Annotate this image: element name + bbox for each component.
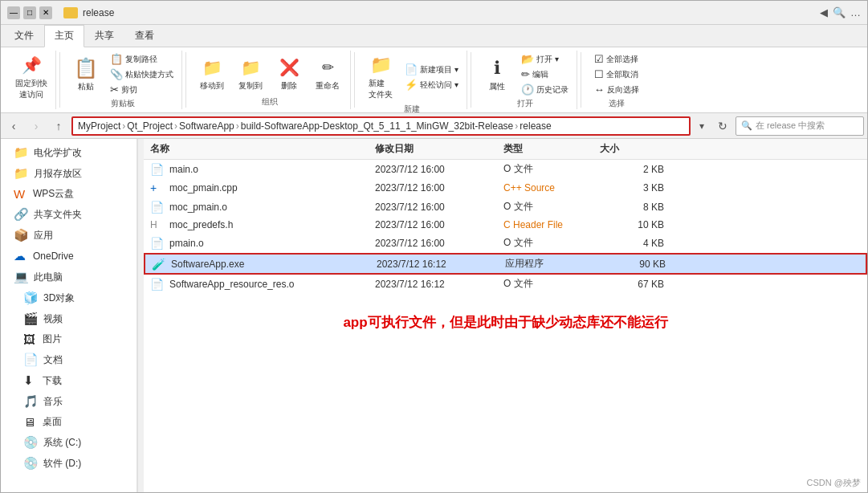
annotation-container: app可执行文件，但是此时由于缺少动态库还不能运行 xyxy=(144,294,867,351)
file-date-main-o: 2023/7/12 16:00 xyxy=(375,164,503,175)
documents-icon: 📄 xyxy=(23,352,39,367)
sidebar-item-3d[interactable]: 🧊 3D对象 xyxy=(1,287,137,308)
file-date-moc-pmain-cpp: 2023/7/12 16:00 xyxy=(375,182,503,194)
sidebar-item-pictures[interactable]: 🖼 图片 xyxy=(1,329,137,349)
sidebar-item-downloads[interactable]: ⬇ 下载 xyxy=(1,370,137,391)
paste-shortcut-label: 粘贴快捷方式 xyxy=(125,69,173,80)
paste-shortcut-button[interactable]: 📎 粘贴快捷方式 xyxy=(107,67,177,81)
title-bar-controls: — □ ✕ xyxy=(7,6,52,19)
folder-icon xyxy=(63,7,78,18)
file-size-main-o: 2 KB xyxy=(600,164,664,175)
address-dropdown[interactable]: ▾ xyxy=(694,120,710,132)
file-icon-resource-res-o: 📄 xyxy=(150,278,165,291)
pin-button[interactable]: 📌 固定到快速访问 xyxy=(12,52,51,102)
cut-button[interactable]: ✂ 剪切 xyxy=(107,83,177,96)
new-item-button[interactable]: 📄 新建项目 ▾ xyxy=(401,63,462,76)
sidebar-item-dianhuxue[interactable]: 📁 电化学扩改 xyxy=(1,142,137,163)
tab-view[interactable]: 查看 xyxy=(124,25,165,47)
edit-button[interactable]: ✏ 编辑 xyxy=(518,67,572,81)
divider-1 xyxy=(59,52,60,108)
sidebar-item-wpspan[interactable]: W WPS云盘 xyxy=(1,184,137,204)
pin-icon: 📌 xyxy=(20,54,43,76)
edit-icon: ✏ xyxy=(521,68,530,80)
copy-path-button[interactable]: 📋 复制路径 xyxy=(107,52,177,66)
sidebar-item-shared[interactable]: 🔗 共享文件夹 xyxy=(1,204,137,225)
path-softwareapp[interactable]: SoftwareApp xyxy=(179,120,234,132)
close-icon[interactable]: ✕ xyxy=(39,6,52,19)
path-myproject[interactable]: MyProject xyxy=(78,120,120,132)
sidebar-label-onedrive: OneDrive xyxy=(33,251,74,262)
file-row-pmain-o[interactable]: 📄 pmain.o 2023/7/12 16:00 O 文件 4 KB xyxy=(144,234,867,253)
select-none-button[interactable]: ☐ 全部取消 xyxy=(591,67,642,81)
file-row-main-o[interactable]: 📄 main.o 2023/7/12 16:00 O 文件 2 KB xyxy=(144,160,867,179)
select-all-button[interactable]: ☑ 全部选择 xyxy=(591,52,642,66)
delete-label: 删除 xyxy=(281,80,297,92)
open-button[interactable]: 📂 打开 ▾ xyxy=(518,52,572,66)
file-row-moc-pmain-cpp[interactable]: + moc_pmain.cpp 2023/7/12 16:00 C++ Sour… xyxy=(144,179,867,198)
file-size-moc-predefs-h: 10 KB xyxy=(600,219,664,230)
desktop-icon: 🖥 xyxy=(23,415,38,429)
invert-select-icon: ↔ xyxy=(594,84,605,96)
new-folder-button[interactable]: 📁 新建文件夹 xyxy=(363,52,398,102)
window-search-icon: 🔍 xyxy=(833,6,846,18)
resize-handle[interactable] xyxy=(137,139,144,493)
tab-share[interactable]: 共享 xyxy=(84,25,124,47)
sidebar-item-yuebaocun[interactable]: 📁 月报存放区 xyxy=(1,163,137,184)
easy-access-button[interactable]: ⚡ 轻松访问 ▾ xyxy=(401,78,462,92)
tab-home[interactable]: 主页 xyxy=(44,25,84,47)
path-release[interactable]: release xyxy=(520,120,551,132)
file-name-softwareapp-exe: SoftwareApp.exe xyxy=(171,259,377,270)
sidebar-item-d-drive[interactable]: 💿 软件 (D:) xyxy=(1,453,137,474)
sidebar-item-desktop[interactable]: 🖥 桌面 xyxy=(1,412,137,432)
header-date[interactable]: 修改日期 xyxy=(375,142,503,156)
sidebar-item-documents[interactable]: 📄 文档 xyxy=(1,349,137,370)
sidebar-item-onedrive[interactable]: ☁ OneDrive xyxy=(1,246,137,267)
up-button[interactable]: ↑ xyxy=(49,116,68,136)
rename-button[interactable]: ✏ 重命名 xyxy=(310,55,345,93)
maximize-icon[interactable]: □ xyxy=(23,6,36,19)
file-row-softwareapp-exe[interactable]: 🧪 SoftwareApp.exe 2023/7/12 16:12 应用程序 9… xyxy=(144,253,867,275)
file-row-resource-res-o[interactable]: 📄 SoftwareApp_resource_res.o 2023/7/12 1… xyxy=(144,275,867,294)
copy-to-icon: 📁 xyxy=(239,56,262,79)
sidebar-item-computer[interactable]: 💻 此电脑 xyxy=(1,267,137,287)
sidebar-item-music[interactable]: 🎵 音乐 xyxy=(1,391,137,412)
sidebar-label-computer: 此电脑 xyxy=(34,271,63,284)
delete-button[interactable]: ❌ 删除 xyxy=(271,55,307,93)
paste-button[interactable]: 📋 粘贴 xyxy=(68,55,104,94)
header-type[interactable]: 类型 xyxy=(503,142,600,156)
history-button[interactable]: 🕐 历史记录 xyxy=(518,83,572,96)
back-button[interactable]: ‹ xyxy=(4,116,23,136)
search-box[interactable]: 🔍 在 release 中搜索 xyxy=(736,116,864,136)
path-build[interactable]: build-SoftwareApp-Desktop_Qt_5_11_1_MinG… xyxy=(241,120,514,132)
paste-shortcut-icon: 📎 xyxy=(110,68,123,80)
header-name[interactable]: 名称 xyxy=(150,142,375,156)
tab-file[interactable]: 文件 xyxy=(4,25,44,47)
sidebar-label-documents: 文档 xyxy=(43,353,63,367)
folder-icon-2: 📁 xyxy=(14,166,29,181)
sidebar-item-video[interactable]: 🎬 视频 xyxy=(1,308,137,329)
file-type-softwareapp-exe: 应用程序 xyxy=(505,257,601,271)
select-buttons: ☑ 全部选择 ☐ 全部取消 ↔ 反向选择 xyxy=(591,52,642,96)
refresh-button[interactable]: ↻ xyxy=(713,116,732,136)
delete-icon: ❌ xyxy=(278,56,300,79)
copy-to-button[interactable]: 📁 复制到 xyxy=(233,55,268,93)
file-row-moc-predefs-h[interactable]: H moc_predefs.h 2023/7/12 16:00 C Header… xyxy=(144,217,867,234)
file-icon-moc-pmain-cpp: + xyxy=(150,181,165,194)
sidebar-item-c-drive[interactable]: 💿 系统 (C:) xyxy=(1,432,137,453)
new-item-icon: 📄 xyxy=(405,63,418,75)
cut-label: 剪切 xyxy=(121,84,137,96)
move-to-button[interactable]: 📁 移动到 xyxy=(194,55,230,93)
minimize-icon[interactable]: — xyxy=(7,6,20,19)
path-qtproject[interactable]: Qt_Project xyxy=(127,120,173,132)
sidebar-label-desktop: 桌面 xyxy=(43,415,62,429)
file-row-moc-pmain-o[interactable]: 📄 moc_pmain.o 2023/7/12 16:00 O 文件 8 KB xyxy=(144,198,867,217)
ribbon-group-select: ☑ 全部选择 ☐ 全部取消 ↔ 反向选择 选择 xyxy=(585,51,649,109)
invert-select-button[interactable]: ↔ 反向选择 xyxy=(591,83,642,96)
pin-label: 固定到快速访问 xyxy=(15,78,47,100)
header-size[interactable]: 大小 xyxy=(600,142,664,156)
address-path[interactable]: MyProject › Qt_Project › SoftwareApp › b… xyxy=(71,116,691,136)
properties-button[interactable]: ℹ 属性 xyxy=(479,55,515,94)
sidebar-item-apps[interactable]: 📦 应用 xyxy=(1,225,137,246)
divider-3 xyxy=(354,52,355,108)
file-date-moc-pmain-o: 2023/7/12 16:00 xyxy=(375,202,503,213)
